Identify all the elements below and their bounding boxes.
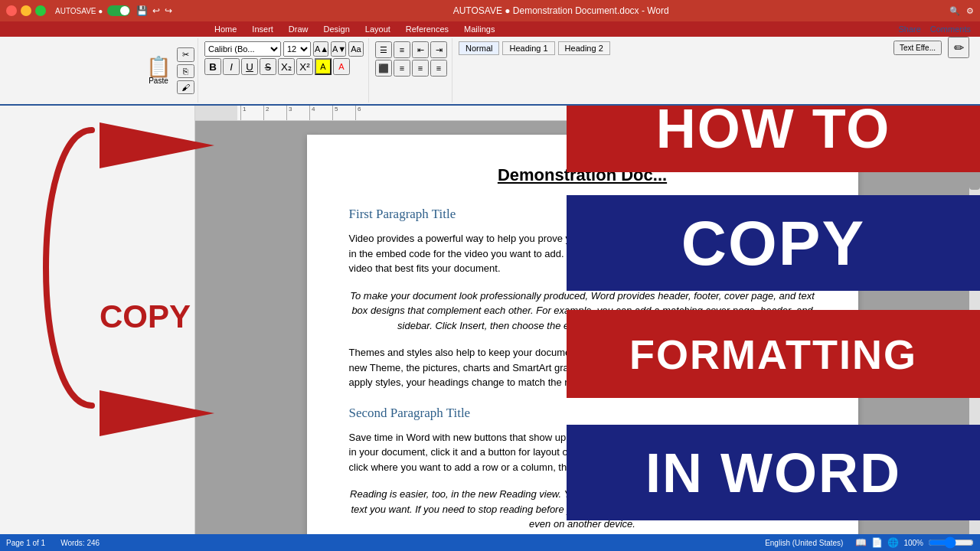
menu-layout[interactable]: Layout xyxy=(358,23,398,35)
align-center-btn[interactable]: ≡ xyxy=(394,60,410,77)
menu-draw[interactable]: Draw xyxy=(281,23,316,35)
edit-icon-btn[interactable]: ✏ xyxy=(948,37,969,58)
para-italic2: Reading is easier, too, in the new Readi… xyxy=(349,487,816,532)
page-container: Demonstration Doc... First Paragraph Tit… xyxy=(195,121,969,534)
superscript-btn[interactable]: X² xyxy=(296,58,313,75)
normal-style[interactable]: Normal xyxy=(459,41,499,55)
quick-access: 💾 ↩ ↪ xyxy=(136,5,172,16)
ruler-mark-1: 1 xyxy=(240,106,263,120)
autosave-toggle[interactable] xyxy=(107,5,130,16)
heading1-style[interactable]: Heading 1 xyxy=(502,41,554,55)
italic-btn[interactable]: I xyxy=(223,58,240,75)
ruler-mark-5: 5 xyxy=(332,106,355,120)
close-btn[interactable] xyxy=(6,5,17,16)
read-view-btn[interactable]: 📖 xyxy=(855,537,867,548)
align-left-btn[interactable]: ⬛ xyxy=(375,60,392,77)
comments-link[interactable]: Comments xyxy=(930,24,971,34)
paste-btn[interactable]: 📋 Paste xyxy=(140,54,177,88)
highlight-btn[interactable]: A xyxy=(315,58,332,75)
menu-references[interactable]: References xyxy=(398,23,456,35)
menu-mailings[interactable]: Mailings xyxy=(456,23,502,35)
page-info: Page 1 of 1 xyxy=(6,539,45,547)
font-color-btn[interactable]: A xyxy=(333,58,350,75)
font-size-select[interactable]: 12 xyxy=(283,41,311,57)
align-right-btn[interactable]: ≡ xyxy=(412,60,429,77)
font-shrink-btn[interactable]: A▼ xyxy=(331,41,346,57)
clipboard-small-btns: ✂ ⎘ 🖌 xyxy=(177,47,194,94)
underline-btn[interactable]: U xyxy=(241,58,258,75)
title-right-icons: 🔍 ⚙ xyxy=(949,6,974,16)
ruler-mark-2: 2 xyxy=(263,106,286,120)
zoom-level: 100% xyxy=(903,539,923,547)
maximize-btn[interactable] xyxy=(35,5,46,16)
scrollbar-vertical[interactable] xyxy=(969,113,980,551)
font-row2: B I U S̶ X₂ X² A A xyxy=(204,58,364,75)
search-icon[interactable]: 🔍 xyxy=(949,6,960,16)
font-section: Calibri (Bo... 12 A▲ A▼ Aa B I U S̶ X₂ X… xyxy=(200,38,369,103)
settings-icon[interactable]: ⚙ xyxy=(966,6,974,16)
indent-decrease-btn[interactable]: ⇤ xyxy=(412,41,429,58)
menu-home[interactable]: Home xyxy=(207,23,244,35)
share-area: Share Comments xyxy=(898,24,980,34)
clear-format-btn[interactable]: Aa xyxy=(348,41,364,57)
cut-btn[interactable]: ✂ xyxy=(177,47,194,62)
minimize-btn[interactable] xyxy=(21,5,31,16)
view-controls: 📖 📄 🌐 100% xyxy=(855,536,974,549)
right-ribbon-tools: Text Effe... ✏ xyxy=(893,37,969,58)
undo-icon[interactable]: ↩ xyxy=(152,5,160,16)
font-name-select[interactable]: Calibri (Bo... xyxy=(204,41,281,57)
menu-design[interactable]: Design xyxy=(316,23,358,35)
ruler-mark-3: 3 xyxy=(286,106,309,120)
paste-icon: 📋 xyxy=(146,57,171,77)
numbering-btn[interactable]: ≡ xyxy=(394,41,410,58)
status-bar: Page 1 of 1 Words: 246 English (United S… xyxy=(0,534,980,551)
copy-btn[interactable]: ⎘ xyxy=(177,64,194,78)
paste-label: Paste xyxy=(149,77,168,85)
scrollbar-thumb[interactable] xyxy=(969,129,980,190)
title-bar: AUTOSAVE ● 💾 ↩ ↪ AUTOSAVE ● Demonstratio… xyxy=(0,0,980,21)
heading2-style[interactable]: Heading 2 xyxy=(558,41,610,55)
autosave-label: AUTOSAVE ● xyxy=(55,7,103,15)
list-row: ☰ ≡ ⇤ ⇥ xyxy=(375,41,447,58)
heading1: First Paragraph Title xyxy=(349,207,816,222)
ruler-mark-6: 6 xyxy=(355,106,378,120)
web-view-btn[interactable]: 🌐 xyxy=(887,537,899,548)
justify-btn[interactable]: ≡ xyxy=(430,60,447,77)
language-label: English (United States) xyxy=(765,539,843,547)
ribbon-band: 📋 Paste ✂ ⎘ 🖌 Calibri (Bo... 12 A▲ A▼ Aa xyxy=(0,37,980,106)
bullets-btn[interactable]: ☰ xyxy=(375,41,392,58)
ribbon-left-panel: 📋 Paste ✂ ⎘ 🖌 xyxy=(3,38,198,103)
autosave-area: AUTOSAVE ● xyxy=(55,5,130,16)
bold-btn[interactable]: B xyxy=(204,58,221,75)
ruler-bar: 1 2 3 4 5 6 xyxy=(195,106,969,121)
print-view-btn[interactable]: 📄 xyxy=(871,537,883,548)
font-row1: Calibri (Bo... 12 A▲ A▼ Aa xyxy=(204,41,364,57)
redo-icon[interactable]: ↪ xyxy=(165,5,172,16)
app-bar: AUTOSAVE ● 💾 ↩ ↪ AUTOSAVE ● Demonstratio… xyxy=(0,0,980,106)
align-row: ⬛ ≡ ≡ ≡ xyxy=(375,60,447,77)
zoom-slider[interactable] xyxy=(928,536,974,549)
indent-increase-btn[interactable]: ⇥ xyxy=(430,41,447,58)
heading2: Second Paragraph Title xyxy=(349,406,816,421)
text-effects-btn[interactable]: Text Effe... xyxy=(893,41,942,55)
para3: Save time in Word with new buttons that … xyxy=(349,430,816,475)
para1: Video provides a powerful way to help yo… xyxy=(349,231,816,276)
paragraph-section: ☰ ≡ ⇤ ⇥ ⬛ ≡ ≡ ≡ xyxy=(371,38,452,103)
ruler-mark-4: 4 xyxy=(309,106,332,120)
font-grow-btn[interactable]: A▲ xyxy=(313,41,328,57)
word-count: Words: 246 xyxy=(60,539,100,547)
subscript-btn[interactable]: X₂ xyxy=(278,58,295,75)
format-painter-btn[interactable]: 🖌 xyxy=(177,80,194,94)
doc-title: Demonstration Doc... xyxy=(349,165,816,185)
app-title: AUTOSAVE ● Demonstration Document.docx -… xyxy=(172,5,949,16)
menu-row: Home Insert Draw Design Layout Reference… xyxy=(0,21,980,37)
doc-page: Demonstration Doc... First Paragraph Tit… xyxy=(307,135,858,534)
window-controls xyxy=(6,5,46,16)
strikethrough-btn[interactable]: S̶ xyxy=(260,58,276,75)
share-link[interactable]: Share xyxy=(898,24,920,34)
document-area: 1 2 3 4 5 6 Demonstration Doc... First P… xyxy=(195,106,969,534)
menu-insert[interactable]: Insert xyxy=(244,23,281,35)
save-icon[interactable]: 💾 xyxy=(136,5,148,16)
para2: Themes and styles also help to keep your… xyxy=(349,345,816,390)
para-italic1: To make your document look professionall… xyxy=(349,289,816,334)
